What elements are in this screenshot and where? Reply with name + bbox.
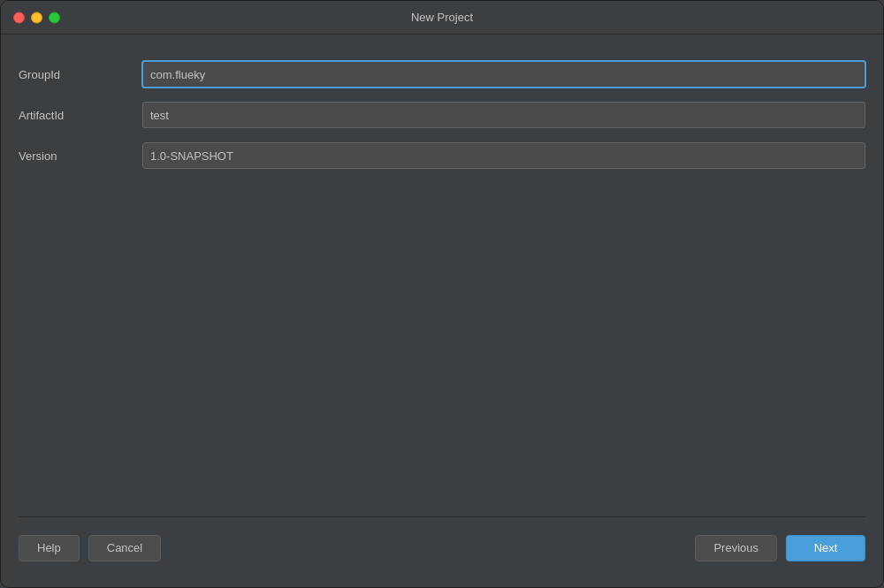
- dialog-window: New Project GroupId ArtifactId Version: [0, 0, 884, 588]
- artifactid-label: ArtifactId: [19, 109, 142, 122]
- version-label: Version: [19, 149, 142, 163]
- dialog-footer: Help Cancel Previous Next: [19, 516, 865, 569]
- next-button[interactable]: Next: [786, 535, 865, 561]
- version-input[interactable]: [142, 142, 865, 169]
- artifactid-row: ArtifactId: [19, 102, 865, 128]
- close-button[interactable]: [13, 11, 25, 23]
- maximize-button[interactable]: [49, 11, 60, 23]
- cancel-button[interactable]: Cancel: [88, 535, 161, 561]
- artifactid-input[interactable]: [142, 102, 865, 128]
- traffic-lights: [13, 11, 60, 23]
- titlebar: New Project: [1, 1, 883, 34]
- help-button[interactable]: Help: [19, 535, 80, 561]
- footer-left-buttons: Help Cancel: [19, 535, 161, 561]
- previous-button[interactable]: Previous: [695, 535, 777, 561]
- groupid-input[interactable]: [142, 61, 865, 88]
- window-title: New Project: [411, 11, 473, 24]
- groupid-label: GroupId: [19, 68, 142, 81]
- form-area: GroupId ArtifactId Version: [19, 61, 865, 516]
- version-row: Version: [19, 142, 865, 169]
- minimize-button[interactable]: [31, 11, 42, 23]
- groupid-row: GroupId: [19, 61, 865, 88]
- footer-right-buttons: Previous Next: [695, 535, 865, 561]
- dialog-content: GroupId ArtifactId Version Help Cancel P…: [1, 34, 883, 587]
